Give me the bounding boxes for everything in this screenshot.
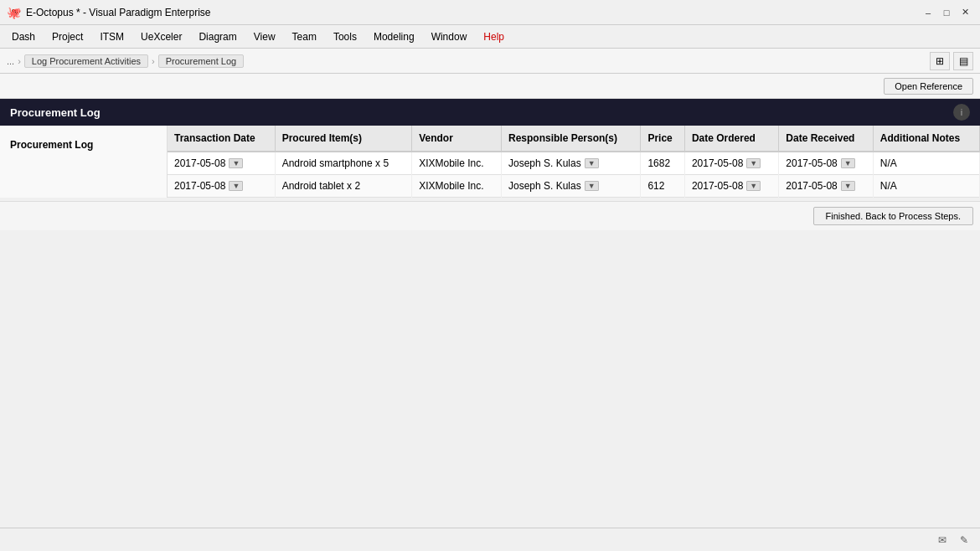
dropdown-cell: Joseph S. Kulas▼ (508, 157, 633, 169)
breadcrumb-left: ... › Log Procurement Activities › Procu… (7, 54, 244, 68)
col-price: Price (641, 126, 684, 152)
cell-value: 2017-05-08 (692, 157, 743, 169)
close-button[interactable]: ✕ (957, 4, 973, 21)
table-cell: 2017-05-08▼ (684, 175, 778, 198)
table-cell: Android tablet x 2 (275, 175, 411, 198)
procurement-table: Transaction Date Procured Item(s) Vendor… (168, 126, 980, 198)
table-body: 2017-05-08▼Android smartphone x 5XIXMobi… (168, 152, 980, 198)
table-cell: 2017-05-08▼ (168, 152, 275, 175)
cell-value: Joseph S. Kulas (508, 180, 581, 192)
panel-info-icon[interactable]: i (953, 104, 970, 121)
table-cell[interactable]: N/A (873, 175, 979, 198)
dropdown-cell: 2017-05-08▼ (174, 157, 268, 169)
table-cell: XIXMobile Inc. (412, 152, 502, 175)
dropdown-cell: Joseph S. Kulas▼ (508, 180, 633, 192)
breadcrumb-grid-icon[interactable]: ⊞ (930, 52, 950, 70)
menu-item-uexceler[interactable]: UeXceler (132, 28, 190, 46)
breadcrumb-bar: ... › Log Procurement Activities › Procu… (0, 49, 980, 74)
cell-value: 2017-05-08 (692, 180, 743, 192)
menu-item-modeling[interactable]: Modeling (365, 28, 423, 46)
table-cell: 2017-05-08▼ (684, 152, 778, 175)
cell-value: 2017-05-08 (786, 157, 837, 169)
dropdown-arrow-icon[interactable]: ▼ (746, 181, 761, 191)
menu-item-itsm[interactable]: ITSM (91, 28, 132, 46)
breadcrumb-item-2[interactable]: Procurement Log (158, 54, 244, 68)
col-transaction-date: Transaction Date (168, 126, 275, 152)
table-row: 2017-05-08▼Android smartphone x 5XIXMobi… (168, 152, 980, 175)
table-cell: 2017-05-08▼ (779, 175, 873, 198)
col-responsible-person: Responsible Person(s) (501, 126, 640, 152)
breadcrumb-nav-dots[interactable]: ... (7, 56, 14, 66)
breadcrumb-item-1[interactable]: Log Procurement Activities (24, 54, 148, 68)
menu-bar: Dash Project ITSM UeXceler Diagram View … (0, 25, 980, 49)
menu-item-view[interactable]: View (245, 28, 284, 46)
title-bar: 🐙 E-Octopus * - Visual Paradigm Enterpri… (0, 0, 980, 25)
toolbar: Open Reference (0, 74, 980, 99)
menu-item-diagram[interactable]: Diagram (190, 28, 245, 46)
dropdown-arrow-icon[interactable]: ▼ (841, 181, 855, 191)
window-controls: – □ ✕ (920, 4, 973, 21)
dropdown-arrow-icon[interactable]: ▼ (229, 181, 243, 191)
table-row: 2017-05-08▼Android tablet x 2XIXMobile I… (168, 175, 980, 198)
table-area: Transaction Date Procured Item(s) Vendor… (168, 126, 980, 198)
panel-header: Procurement Log i (0, 99, 980, 126)
cell-value: 2017-05-08 (174, 157, 225, 169)
finished-button[interactable]: Finished. Back to Process Steps. (813, 207, 973, 225)
table-cell: Joseph S. Kulas▼ (501, 152, 640, 175)
dropdown-cell: 2017-05-08▼ (692, 157, 771, 169)
status-bar: ✉ ✎ (0, 528, 980, 551)
minimize-button[interactable]: – (920, 4, 936, 21)
col-procured-items: Procured Item(s) (275, 126, 411, 152)
col-additional-notes: Additional Notes (873, 126, 979, 152)
breadcrumb-layout-icon[interactable]: ▤ (953, 52, 973, 70)
dropdown-arrow-icon[interactable]: ▼ (229, 158, 243, 168)
dropdown-cell: 2017-05-08▼ (692, 180, 771, 192)
col-date-ordered: Date Ordered (684, 126, 778, 152)
dropdown-cell: 2017-05-08▼ (786, 157, 865, 169)
table-cell: XIXMobile Inc. (412, 175, 502, 198)
open-reference-button[interactable]: Open Reference (884, 78, 973, 95)
col-vendor: Vendor (412, 126, 502, 152)
content-area: Procurement Log Transaction Date Procure… (0, 126, 980, 198)
dropdown-arrow-icon[interactable]: ▼ (585, 158, 599, 168)
app-icon: 🐙 (7, 6, 21, 19)
edit-icon[interactable]: ✎ (955, 532, 973, 548)
menu-item-window[interactable]: Window (423, 28, 476, 46)
table-cell[interactable]: N/A (873, 152, 979, 175)
email-icon[interactable]: ✉ (933, 532, 952, 548)
table-header-row: Transaction Date Procured Item(s) Vendor… (168, 126, 980, 152)
table-cell: Android smartphone x 5 (275, 152, 411, 175)
table-cell: Joseph S. Kulas▼ (501, 175, 640, 198)
breadcrumb-sep-2: › (152, 56, 155, 66)
menu-item-team[interactable]: Team (284, 28, 325, 46)
dropdown-cell: 2017-05-08▼ (174, 180, 268, 192)
breadcrumb-right: ⊞ ▤ (930, 52, 973, 70)
menu-item-help[interactable]: Help (475, 28, 513, 46)
bottom-bar: Finished. Back to Process Steps. (0, 201, 980, 230)
menu-item-tools[interactable]: Tools (325, 28, 365, 46)
cell-value: Joseph S. Kulas (508, 157, 581, 169)
dropdown-arrow-icon[interactable]: ▼ (841, 158, 855, 168)
left-label: Procurement Log (0, 126, 168, 198)
menu-item-dash[interactable]: Dash (3, 28, 44, 46)
breadcrumb-sep-1: › (18, 56, 21, 66)
dropdown-arrow-icon[interactable]: ▼ (746, 158, 761, 168)
cell-value: 2017-05-08 (786, 180, 837, 192)
dropdown-arrow-icon[interactable]: ▼ (585, 181, 599, 191)
cell-value: 2017-05-08 (174, 180, 225, 192)
title-bar-left: 🐙 E-Octopus * - Visual Paradigm Enterpri… (7, 6, 211, 19)
table-cell: 612 (641, 175, 684, 198)
dropdown-cell: 2017-05-08▼ (786, 180, 865, 192)
table-cell: 1682 (641, 152, 684, 175)
title-text: E-Octopus * - Visual Paradigm Enterprise (26, 7, 211, 18)
col-date-received: Date Received (779, 126, 873, 152)
menu-item-project[interactable]: Project (44, 28, 91, 46)
table-cell: 2017-05-08▼ (779, 152, 873, 175)
panel-title: Procurement Log (10, 106, 101, 119)
table-cell: 2017-05-08▼ (168, 175, 275, 198)
maximize-button[interactable]: □ (938, 4, 955, 21)
